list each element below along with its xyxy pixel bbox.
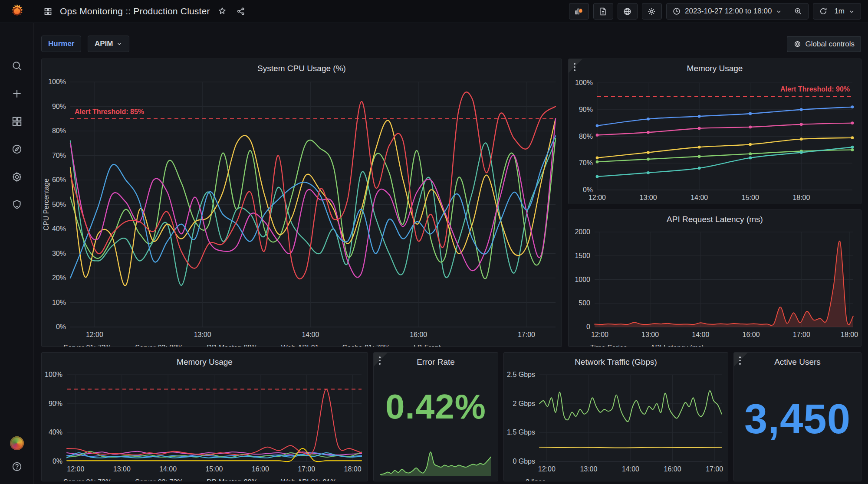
svg-text:0%: 0% <box>53 458 62 465</box>
svg-text:10%: 10% <box>52 299 66 306</box>
svg-text:17:00: 17:00 <box>793 331 810 338</box>
search-icon[interactable] <box>9 60 25 72</box>
help-icon[interactable] <box>9 461 25 473</box>
svg-text:13:00: 13:00 <box>113 465 131 473</box>
legend-item[interactable]: Web-API-01: 91% <box>270 478 337 481</box>
panel-menu-kebab-icon[interactable] <box>738 356 742 366</box>
network-traffic-chart[interactable]: 0 Gbps1.5 Gbps2 Gbps2.5 Gbps12:0013:0014… <box>504 368 728 477</box>
star-icon[interactable] <box>216 5 229 18</box>
legend-item[interactable]: Time Series <box>579 344 627 347</box>
svg-text:17:00: 17:00 <box>518 331 535 338</box>
zoom-out-time-icon[interactable] <box>788 3 808 19</box>
svg-text:13:00: 13:00 <box>194 331 211 338</box>
svg-text:14:00: 14:00 <box>622 465 639 473</box>
legend-item[interactable]: Cache-01: 78% <box>331 344 390 347</box>
legend-item[interactable]: Server-02: 72% <box>124 478 183 481</box>
settings-gear-icon[interactable] <box>9 171 25 183</box>
error-rate-sparkline[interactable] <box>380 445 492 477</box>
variable-filter-hurmer[interactable]: Hurmer <box>41 36 81 52</box>
time-range-picker[interactable]: 2023-10-27 12:00 to 18:00 <box>667 3 788 19</box>
svg-text:60%: 60% <box>52 176 66 183</box>
svg-text:13:00: 13:00 <box>640 194 657 201</box>
chart-legend: 2 lines2 lines <box>504 477 728 481</box>
svg-text:80%: 80% <box>579 133 593 140</box>
svg-text:12:00: 12:00 <box>591 331 608 338</box>
global-controls-label: Global controls <box>806 40 855 49</box>
chart-svg: 0%70%80%90%100%12:0013:0014:0015:0018:00… <box>569 74 861 204</box>
chevron-down-icon <box>776 8 782 15</box>
explore-compass-icon[interactable] <box>9 143 25 155</box>
variable-filter-apim[interactable]: APIM <box>88 36 130 52</box>
memory-usage-small-chart[interactable]: 0%40%90%100%12:0013:0014:0015:0016:0017:… <box>42 368 368 477</box>
panel-network-traffic: Network Traffic (Gbps) 0 Gbps1.5 Gbps2 G… <box>503 352 728 481</box>
user-avatar[interactable] <box>10 436 24 450</box>
legend-item[interactable]: Server-02: 88% <box>124 344 183 347</box>
dashboard-grid-icon <box>42 5 54 18</box>
globe-icon[interactable] <box>618 3 638 20</box>
panel-error-rate: Error Rate 0.42% <box>373 352 498 481</box>
legend-item[interactable]: Server-01: 72% <box>52 344 112 347</box>
legend-item[interactable]: DB-Master: 88% <box>195 478 257 481</box>
api-latency-chart[interactable]: 050010001500200012:0013:0014:0016:0017:0… <box>569 225 861 343</box>
legend-label: Web-API-01 <box>281 344 319 347</box>
legend-label: DB-Master: 88% <box>207 344 257 347</box>
svg-text:12:00: 12:00 <box>589 194 606 201</box>
refresh-group: 1m <box>813 3 861 20</box>
chart-legend: Server-01: 72%Server-02: 72%DB-Master: 8… <box>42 477 368 481</box>
svg-text:15:00: 15:00 <box>205 465 223 473</box>
gear-icon[interactable] <box>642 3 662 20</box>
svg-text:13:00: 13:00 <box>580 465 597 473</box>
panel-menu-kebab-icon[interactable] <box>378 356 381 366</box>
refresh-icon[interactable] <box>813 3 833 19</box>
panel-title: Memory Usage <box>569 59 861 74</box>
filter-row: Hurmer APIM Global controls <box>41 36 861 53</box>
svg-text:2 Gbps: 2 Gbps <box>513 400 535 407</box>
legend-item[interactable]: Server-01: 72% <box>52 478 112 481</box>
panels-fire-icon[interactable] <box>569 3 589 20</box>
svg-text:500: 500 <box>579 299 590 307</box>
legend-label: Web-API-01: 91% <box>281 478 337 481</box>
chart-svg: 0 Gbps1.5 Gbps2 Gbps2.5 Gbps12:0013:0014… <box>504 368 728 475</box>
grafana-logo-icon[interactable] <box>7 2 26 21</box>
legend-item[interactable]: API Latency (ms) <box>639 344 704 347</box>
svg-text:17:00: 17:00 <box>298 465 315 473</box>
svg-text:80%: 80% <box>52 127 66 134</box>
svg-text:14:00: 14:00 <box>692 331 709 338</box>
panel-menu-kebab-icon[interactable] <box>573 62 576 72</box>
chevron-down-icon <box>116 41 122 47</box>
legend-label: Cache-01: 78% <box>342 344 390 347</box>
panel-system-cpu-usage: System CPU Usage (%) 0%10%20%30%40%50%60… <box>41 59 562 347</box>
cpu-usage-chart[interactable]: 0%10%20%30%40%50%60%70%80%90%100%12:0013… <box>42 74 562 343</box>
panel-title: Memory Usage <box>42 353 368 368</box>
legend-item[interactable]: Web-API-01 <box>270 344 319 347</box>
filter-label: APIM <box>95 39 113 48</box>
svg-text:0%: 0% <box>56 323 66 330</box>
panel-title: Error Rate <box>374 353 498 368</box>
svg-text:0: 0 <box>586 323 590 330</box>
svg-text:90%: 90% <box>579 106 593 113</box>
svg-text:0 Gbps: 0 Gbps <box>513 458 535 465</box>
dashboards-icon[interactable] <box>9 115 25 128</box>
chart-svg: 050010001500200012:0013:0014:0016:0017:0… <box>569 225 861 341</box>
security-shield-icon[interactable] <box>9 199 25 211</box>
add-icon[interactable] <box>9 88 25 100</box>
refresh-interval-dropdown[interactable]: 1m <box>833 3 861 19</box>
svg-text:14:00: 14:00 <box>690 194 708 201</box>
panel-active-users: Active Users 3,450 <box>733 352 861 481</box>
memory-usage-chart[interactable]: 0%70%80%90%100%12:0013:0014:0015:0018:00… <box>569 74 861 204</box>
panel-memory-usage-top: Memory Usage 0%70%80%90%100%12:0013:0014… <box>568 59 861 204</box>
svg-text:20%: 20% <box>52 274 66 281</box>
svg-text:2.5 Gbps: 2.5 Gbps <box>507 371 535 378</box>
svg-text:100%: 100% <box>45 371 62 378</box>
share-icon[interactable] <box>234 5 247 18</box>
svg-text:Alert Threshold: 85%: Alert Threshold: 85% <box>75 108 144 115</box>
chart-svg <box>380 445 492 477</box>
chart-legend: Server-01: 72%Server-02: 88%DB-Master: 8… <box>42 343 562 347</box>
global-controls-button[interactable]: Global controls <box>787 36 861 52</box>
document-icon[interactable] <box>593 3 613 20</box>
time-picker-group: 2023-10-27 12:00 to 18:00 <box>666 3 809 20</box>
svg-text:1.5 Gbps: 1.5 Gbps <box>507 428 535 436</box>
legend-item[interactable]: DB-Master: 88% <box>195 344 257 347</box>
legend-item[interactable]: 2 lines <box>514 478 546 481</box>
legend-item[interactable]: LB-Front <box>402 344 441 347</box>
